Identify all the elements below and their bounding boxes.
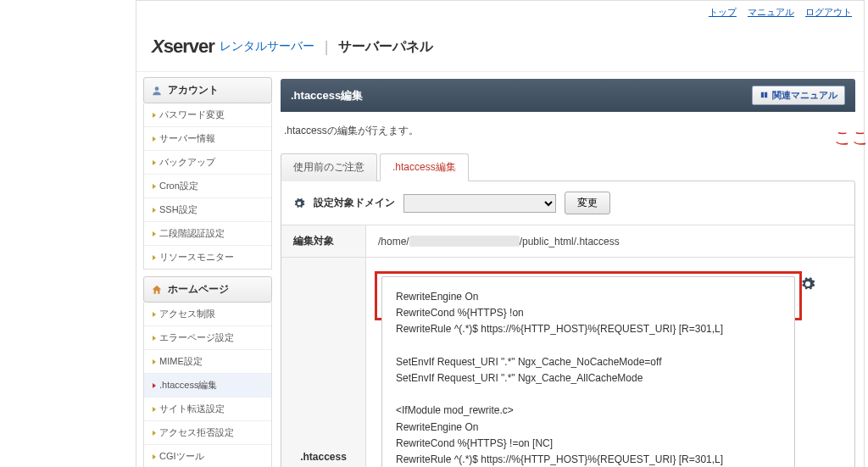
arrow-icon <box>153 312 156 317</box>
header: Xserver レンタルサーバー | サーバーパネル <box>136 24 864 72</box>
sidebar-item-label: エラーページ設定 <box>159 331 234 344</box>
link-manual[interactable]: マニュアル <box>748 7 794 17</box>
sidebar-head-account: アカウント <box>143 77 272 103</box>
domain-select[interactable] <box>403 194 556 213</box>
change-button[interactable]: 変更 <box>565 192 610 214</box>
annotation-text: ここに入力します。 <box>834 126 868 149</box>
logo-panel-label: サーバーパネル <box>338 38 433 56</box>
arrow-icon <box>153 431 156 436</box>
sidebar-item-serverinfo[interactable]: サーバー情報 <box>144 126 271 150</box>
path-suffix: /public_html/.htaccess <box>520 236 620 247</box>
sidebar: アカウント パスワード変更 サーバー情報 バックアップ Cron設定 SSH設定… <box>136 72 277 467</box>
sidebar-item-2fa[interactable]: 二段階認証設定 <box>144 221 271 245</box>
sidebar-item-access-deny[interactable]: アクセス拒否設定 <box>144 420 271 444</box>
top-nav: トップ マニュアル ログアウト <box>136 1 864 24</box>
related-manual-button[interactable]: 関連マニュアル <box>752 86 845 105</box>
arrow-icon <box>153 208 156 213</box>
sidebar-item-label: MIME設定 <box>159 355 203 368</box>
arrow-icon <box>153 136 156 142</box>
sidebar-item-password[interactable]: パスワード変更 <box>144 103 271 126</box>
sidebar-item-label: バックアップ <box>159 156 215 169</box>
gear-icon <box>293 197 305 209</box>
page-title-bar: .htaccess編集 関連マニュアル <box>281 79 855 112</box>
sidebar-item-site-transfer[interactable]: サイト転送設定 <box>144 397 271 420</box>
arrow-icon <box>153 231 156 236</box>
content: .htaccess編集 関連マニュアル .htaccessの編集が行えます。 使… <box>277 72 864 467</box>
sidebar-item-htaccess[interactable]: .htaccess編集 <box>144 373 271 397</box>
editor-cell: RewriteEngine On RewriteCond %{HTTPS} !o… <box>366 258 854 467</box>
logo: Xserver <box>152 36 214 58</box>
sidebar-item-label: アクセス拒否設定 <box>159 426 234 439</box>
logo-sub: レンタルサーバー <box>220 39 314 54</box>
sidebar-item-label: アクセス制限 <box>159 308 215 320</box>
sidebar-item-label: .htaccess編集 <box>159 379 217 392</box>
edit-panel: 設定対象ドメイン 変更 編集対象 /home/ /public_html/.ht… <box>281 181 855 467</box>
redacted-username <box>409 236 520 247</box>
sidebar-item-backup[interactable]: バックアップ <box>144 150 271 174</box>
button-label: 関連マニュアル <box>772 89 837 102</box>
target-path: /home/ /public_html/.htaccess <box>366 227 854 256</box>
settings-icon[interactable] <box>800 276 815 292</box>
logo-divider: | <box>325 38 329 56</box>
domain-label: 設定対象ドメイン <box>314 196 395 210</box>
tab-notice[interactable]: 使用前のご注意 <box>281 153 377 181</box>
user-icon <box>151 85 163 97</box>
home-icon <box>151 284 163 296</box>
sidebar-item-access-limit[interactable]: アクセス制限 <box>144 303 271 325</box>
sidebar-item-label: 二段階認証設定 <box>159 227 225 240</box>
arrow-icon <box>153 336 156 341</box>
sidebar-item-label: CGIツール <box>159 450 204 463</box>
book-icon <box>760 91 769 100</box>
arrow-icon <box>153 255 156 260</box>
arrow-icon <box>153 113 156 118</box>
tabs: 使用前のご注意 .htaccess編集 <box>281 153 855 181</box>
htaccess-textarea[interactable]: RewriteEngine On RewriteCond %{HTTPS} !o… <box>381 276 795 467</box>
domain-selector-row: 設定対象ドメイン 変更 <box>281 181 854 225</box>
sidebar-item-label: サーバー情報 <box>159 132 215 145</box>
path-prefix: /home/ <box>378 236 409 247</box>
sidebar-item-mime[interactable]: MIME設定 <box>144 349 271 373</box>
sidebar-item-resource[interactable]: リソースモニター <box>144 245 271 269</box>
arrow-icon <box>153 184 156 189</box>
target-row: 編集対象 /home/ /public_html/.htaccess <box>281 225 854 258</box>
editor-row: .htaccess RewriteEngine On RewriteCond %… <box>281 258 854 467</box>
sidebar-item-cgi[interactable]: CGIツール <box>144 444 271 467</box>
sidebar-item-label: パスワード変更 <box>159 108 225 121</box>
page-description: .htaccessの編集が行えます。 <box>281 112 855 153</box>
sidebar-item-ssh[interactable]: SSH設定 <box>144 197 271 221</box>
arrow-icon <box>153 454 156 459</box>
sidebar-head-label: ホームページ <box>168 282 229 297</box>
tab-htaccess-edit[interactable]: .htaccess編集 <box>380 153 469 181</box>
svg-point-0 <box>155 86 159 91</box>
sidebar-item-label: Cron設定 <box>159 180 198 192</box>
sidebar-head-homepage: ホームページ <box>143 276 272 303</box>
arrow-icon <box>153 383 156 388</box>
arrow-icon <box>153 160 156 165</box>
sidebar-item-error-page[interactable]: エラーページ設定 <box>144 325 271 349</box>
editor-row-label: .htaccess <box>281 258 366 467</box>
sidebar-head-label: アカウント <box>168 83 219 97</box>
target-label: 編集対象 <box>281 225 366 257</box>
page-title: .htaccess編集 <box>291 88 363 103</box>
sidebar-item-label: サイト転送設定 <box>159 403 225 415</box>
link-top[interactable]: トップ <box>709 7 737 17</box>
sidebar-item-cron[interactable]: Cron設定 <box>144 174 271 197</box>
arrow-icon <box>153 359 156 364</box>
link-logout[interactable]: ログアウト <box>805 7 852 17</box>
arrow-icon <box>153 407 156 412</box>
sidebar-item-label: SSH設定 <box>159 203 198 216</box>
sidebar-item-label: リソースモニター <box>159 251 234 264</box>
